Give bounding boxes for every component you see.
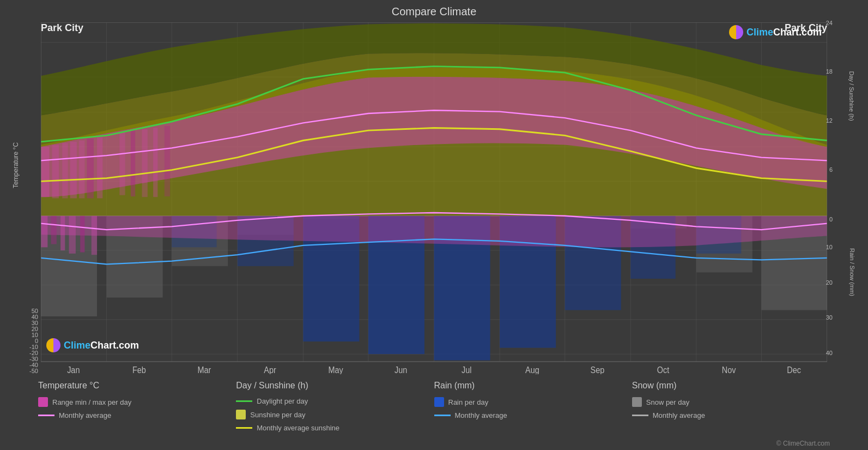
legend-daylight: Daylight per day	[236, 397, 434, 405]
svg-text:Jan: Jan	[67, 365, 80, 374]
legend-sunshine: Day / Sunshine (h) Daylight per day Suns…	[236, 381, 434, 433]
legend-rain-title: Rain (mm)	[434, 381, 632, 391]
svg-rect-39	[52, 145, 59, 199]
svg-rect-52	[60, 216, 65, 250]
legend-snow-avg-label: Monthly average	[653, 411, 705, 419]
legend-sunshine-avg-label: Monthly average sunshine	[257, 424, 339, 432]
legend-rain-label: Rain per day	[448, 398, 489, 406]
legend-sunshine-swatch	[236, 410, 246, 419]
right-tick-30: 30	[826, 314, 833, 321]
right-tick-18: 18	[826, 68, 833, 75]
legend-temp-avg-line	[38, 415, 54, 416]
legend-snow: Snow (mm) Snow per day Monthly average	[632, 381, 830, 433]
y-axis-left-title: Temperature °C	[12, 142, 20, 188]
legend-sunshine-avg-line	[236, 427, 252, 429]
legend-snow-label: Snow per day	[646, 398, 690, 406]
svg-rect-51	[51, 216, 57, 244]
legend-daylight-label: Daylight per day	[257, 397, 308, 405]
svg-rect-53	[69, 216, 76, 254]
chart-main: Park City Park City ClimeChart.com Clime…	[41, 22, 827, 374]
logo-container: ClimeChart.com	[729, 25, 822, 39]
svg-text:Jun: Jun	[394, 365, 407, 374]
right-tick-0a: 0	[829, 216, 833, 223]
legend-area: Temperature °C Range min / max per day M…	[0, 374, 868, 440]
y-axis-right: 24 18 12 6 0 10 20 30 40 Day / Sunshine …	[827, 22, 863, 374]
y-tick-n50: -50	[29, 368, 38, 374]
legend-rain-avg-line	[434, 415, 451, 416]
svg-rect-41	[70, 142, 77, 199]
svg-text:Apr: Apr	[264, 365, 276, 374]
main-container: Compare Climate Temperature °C 50 40 30 …	[0, 0, 868, 450]
legend-snow-avg: Monthly average	[632, 411, 830, 419]
logo-text-bottom: ClimeChart.com	[64, 340, 139, 351]
legend-sunshine-title: Day / Sunshine (h)	[236, 381, 434, 391]
legend-rain: Rain (mm) Rain per day Monthly average	[434, 381, 632, 433]
svg-text:Mar: Mar	[198, 365, 211, 374]
svg-text:Sep: Sep	[591, 365, 605, 374]
right-tick-40: 40	[826, 350, 833, 356]
legend-temp-range-label: Range min / max per day	[52, 398, 131, 406]
svg-rect-45	[119, 133, 125, 195]
svg-rect-40	[62, 143, 68, 198]
svg-rect-47	[142, 129, 148, 197]
svg-text:Oct: Oct	[657, 365, 670, 374]
right-tick-24: 24	[826, 20, 833, 26]
svg-rect-55	[92, 216, 97, 255]
copyright: © ClimeChart.com	[0, 440, 868, 450]
city-label-left: Park City	[41, 22, 83, 34]
right-tick-6: 6	[829, 166, 833, 173]
legend-snow-title: Snow (mm)	[632, 381, 830, 391]
svg-text:May: May	[328, 365, 343, 374]
legend-sunshine-label: Sunshine per day	[250, 411, 305, 419]
right-tick-20: 20	[826, 279, 833, 286]
right-tick-12: 12	[826, 117, 833, 124]
svg-text:Feb: Feb	[132, 365, 146, 374]
svg-rect-43	[87, 139, 94, 198]
right-tick-10: 10	[826, 244, 833, 250]
chart-area: Temperature °C 50 40 30 20 10 0 -10 -20 …	[5, 22, 863, 374]
legend-temp-range: Range min / max per day	[38, 397, 236, 407]
legend-snow-swatch	[632, 397, 642, 407]
svg-rect-50	[41, 216, 47, 248]
logo-icon	[729, 25, 743, 39]
chart-svg: Jan Feb Mar Apr May Jun Jul Aug Sep Oct …	[41, 22, 827, 374]
svg-rect-42	[79, 141, 84, 199]
svg-text:Dec: Dec	[787, 365, 801, 374]
legend-temp-avg: Monthly average	[38, 411, 236, 419]
svg-text:Nov: Nov	[722, 365, 736, 374]
legend-rain-avg-label: Monthly average	[455, 411, 507, 419]
page-title: Compare Climate	[0, 5, 868, 18]
legend-rain-swatch	[434, 397, 444, 407]
legend-temp-title: Temperature °C	[38, 381, 236, 391]
legend-daylight-line	[236, 400, 252, 402]
legend-snow-avg-line	[632, 415, 648, 416]
legend-sunshine-avg: Monthly average sunshine	[236, 424, 434, 432]
legend-temperature: Temperature °C Range min / max per day M…	[38, 381, 236, 433]
logo-container-bottom: ClimeChart.com	[46, 338, 139, 352]
legend-temp-range-swatch	[38, 397, 48, 407]
legend-rain-avg: Monthly average	[434, 411, 632, 419]
y-axis-left: Temperature °C 50 40 30 20 10 0 -10 -20 …	[5, 22, 41, 374]
svg-text:Jul: Jul	[462, 365, 471, 374]
legend-temp-avg-label: Monthly average	[59, 411, 111, 419]
legend-rain-day: Rain per day	[434, 397, 632, 407]
svg-rect-44	[97, 137, 102, 199]
svg-rect-48	[153, 128, 157, 197]
svg-rect-38	[41, 147, 49, 197]
right-axis-title-sunshine: Day / Sunshine (h)	[848, 71, 854, 121]
svg-rect-46	[131, 130, 135, 196]
logo-text: ClimeChart.com	[746, 27, 822, 38]
right-axis-title-rain: Rain / Snow (mm)	[849, 248, 855, 296]
svg-rect-49	[165, 126, 170, 196]
logo-icon-bottom	[46, 338, 60, 352]
svg-text:Aug: Aug	[525, 365, 539, 374]
legend-snow-day: Snow per day	[632, 397, 830, 407]
legend-sunshine-day: Sunshine per day	[236, 410, 434, 419]
svg-rect-54	[80, 216, 84, 253]
